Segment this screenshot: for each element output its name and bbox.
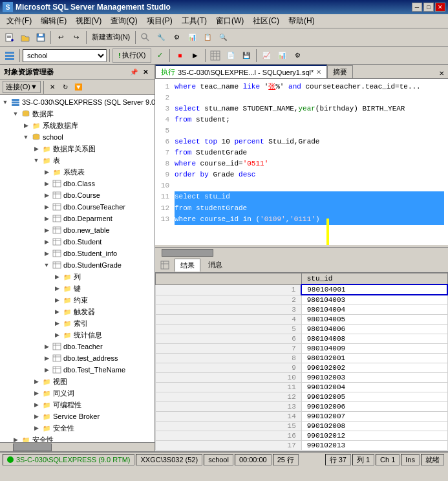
expand-dbostudentinfo[interactable]: ▶ <box>41 248 52 259</box>
table-row[interactable]: 6980104008 <box>156 334 448 344</box>
expand-diagrams[interactable]: ▶ <box>31 144 41 154</box>
menu-project[interactable]: 项目(P) <box>143 14 176 28</box>
expand-security-server[interactable]: ▶ <box>10 434 21 442</box>
redo-button[interactable]: ↪ <box>69 30 83 45</box>
tree-synonyms[interactable]: ▶ 📁 同义词 <box>0 387 155 399</box>
panel-pin-button[interactable]: 📌 <box>129 67 139 77</box>
expand-dbocourseTeacher[interactable]: ▶ <box>41 202 52 212</box>
tb-btn-6[interactable]: 📊 <box>185 30 199 45</box>
tree-databases[interactable]: ▼ 数据库 <box>0 108 155 120</box>
tree-dbo-courseteacher[interactable]: ▶ dbo.CourseTeacher <box>0 201 155 213</box>
table-row[interactable]: 1980104001 <box>156 284 448 295</box>
tree-triggers[interactable]: ▶ 📁 触发器 <box>0 306 155 317</box>
tree-constraints[interactable]: ▶ 📁 约束 <box>0 294 155 306</box>
results-to-file[interactable]: 💾 <box>239 48 253 63</box>
tree-dbo-class[interactable]: ▶ dbo.Class <box>0 178 155 189</box>
results-grid[interactable]: stu_id 198010400129801040033980104004498… <box>155 273 448 451</box>
tree-dbo-deparment[interactable]: ▶ dbo.Deparment <box>0 213 155 224</box>
expand-databases[interactable]: ▼ <box>10 109 21 119</box>
query-tab-summary[interactable]: 摘要 <box>327 65 353 78</box>
undo-button[interactable]: ↩ <box>54 30 68 45</box>
tree-dbo-testaddress[interactable]: ▶ dbo.test_address <box>0 352 155 364</box>
expand-stats[interactable]: ▶ <box>52 330 62 340</box>
oe-refresh-btn[interactable]: ↻ <box>59 81 71 93</box>
expand-dbonewtable[interactable]: ▶ <box>41 225 52 235</box>
tree-views[interactable]: ▶ 📁 视图 <box>0 376 155 387</box>
new-query-button[interactable] <box>3 30 17 45</box>
tree-security-school[interactable]: ▶ 📁 安全性 <box>0 422 155 434</box>
tree-service-broker[interactable]: ▶ 📁 Service Broker <box>0 411 155 422</box>
new-query-label[interactable]: 新建查询(N) <box>89 32 133 42</box>
tree-dbo-testthename[interactable]: ▶ dbo.Test_TheName <box>0 364 155 376</box>
minimize-button[interactable]: ─ <box>412 3 422 12</box>
expand-dbodep[interactable]: ▶ <box>41 213 52 224</box>
tree-dbo-teacher[interactable]: ▶ dbo.Teacher <box>0 341 155 352</box>
tree-dbo-studentgrade[interactable]: ▼ dbo.StudentGrade <box>0 259 155 271</box>
table-row[interactable]: 7980104009 <box>156 344 448 354</box>
table-row[interactable]: 9990102002 <box>156 363 448 373</box>
tree-tables[interactable]: ▼ 📁 表 <box>0 155 155 166</box>
table-row[interactable]: 17990102013 <box>156 441 448 451</box>
save-button[interactable] <box>34 30 48 45</box>
expand-security-school[interactable]: ▶ <box>31 423 41 433</box>
expand-dboteacher[interactable]: ▶ <box>41 341 52 352</box>
execute-button[interactable]: ! 执行(X) <box>112 48 151 63</box>
expand-keys[interactable]: ▶ <box>52 283 62 294</box>
query-options[interactable]: ⚙ <box>290 48 304 63</box>
expand-cols[interactable]: ▶ <box>52 272 62 282</box>
expand-constraints[interactable]: ▶ <box>52 295 62 305</box>
table-row[interactable]: 11990102004 <box>156 383 448 392</box>
debug-button[interactable]: ▶ <box>188 48 202 63</box>
tree-columns[interactable]: ▶ 📁 列 <box>0 271 155 283</box>
table-row[interactable]: 10990102003 <box>156 373 448 383</box>
table-row[interactable]: 12990102005 <box>156 392 448 402</box>
oe-disconnect-btn[interactable]: ✕ <box>47 81 58 93</box>
oe-horiz-scroll[interactable] <box>0 442 155 451</box>
database-select[interactable]: school <box>23 49 107 62</box>
expand-dbocourse[interactable]: ▶ <box>41 190 52 200</box>
tree-dbo-course[interactable]: ▶ dbo.Course <box>0 189 155 201</box>
tree-keys[interactable]: ▶ 📁 键 <box>0 283 155 294</box>
tree-dbo-student[interactable]: ▶ dbo.Student <box>0 236 155 248</box>
tree-statistics[interactable]: ▶ 📁 统计信息 <box>0 329 155 341</box>
expand-school[interactable]: ▼ <box>21 132 31 142</box>
query-editor[interactable]: 1 2 3 4 5 6 7 8 9 10 11 12 13 <box>155 79 448 247</box>
tree-diagrams[interactable]: ▶ 📁 数据库关系图 <box>0 143 155 155</box>
tree-programmability[interactable]: ▶ 📁 可编程性 <box>0 399 155 411</box>
tb-btn-3[interactable] <box>138 30 153 45</box>
menu-edit[interactable]: 编辑(E) <box>37 14 70 28</box>
expand-synonyms[interactable]: ▶ <box>31 388 41 398</box>
table-row[interactable]: 3980104004 <box>156 305 448 315</box>
table-row[interactable]: 8980102001 <box>156 354 448 363</box>
expand-indexes[interactable]: ▶ <box>52 318 62 328</box>
tree-server[interactable]: ▼ 3S-C-030\SQLEXPRESS (SQL Server 9.0 <box>0 96 155 108</box>
messages-tab[interactable]: 消息 <box>203 259 228 272</box>
query-tab-close[interactable]: ✕ <box>316 69 321 76</box>
results-to-text[interactable]: 📄 <box>224 48 238 63</box>
tree-school[interactable]: ▼ school <box>0 131 155 143</box>
table-row[interactable]: 5980104006 <box>156 325 448 334</box>
tb-btn-8[interactable]: 🔍 <box>216 30 230 45</box>
expand-dboclass[interactable]: ▶ <box>41 178 52 189</box>
oe-filter-btn[interactable]: 🔽 <box>72 81 84 93</box>
show-client-stats[interactable]: 📊 <box>275 48 289 63</box>
expand-servicebroker[interactable]: ▶ <box>31 411 41 422</box>
expand-dbostudentgrade[interactable]: ▼ <box>41 260 52 270</box>
expand-server[interactable]: ▼ <box>0 97 10 107</box>
query-tab-main[interactable]: 执行 3S-C-030\SQLEXPRE...l - SQLQuery1.sql… <box>155 65 327 78</box>
object-explorer-btn[interactable] <box>3 48 17 63</box>
parse-button[interactable]: ✓ <box>153 48 167 63</box>
menu-window[interactable]: 窗口(W) <box>212 14 248 28</box>
table-row[interactable]: 15990102008 <box>156 422 448 431</box>
expand-dbotestname[interactable]: ▶ <box>41 365 52 375</box>
menu-query[interactable]: 查询(Q) <box>107 14 141 28</box>
expand-prog[interactable]: ▶ <box>31 400 41 410</box>
expand-systables[interactable]: ▶ <box>41 167 52 177</box>
table-row[interactable]: 14990102007 <box>156 412 448 422</box>
tree-security-server[interactable]: ▶ 📁 安全性 <box>0 434 155 442</box>
table-row[interactable]: 2980104003 <box>156 295 448 305</box>
open-button[interactable] <box>18 30 32 45</box>
menu-tools[interactable]: 工具(T) <box>178 14 211 28</box>
menu-view[interactable]: 视图(V) <box>72 14 105 28</box>
expand-dbostudent[interactable]: ▶ <box>41 237 52 247</box>
